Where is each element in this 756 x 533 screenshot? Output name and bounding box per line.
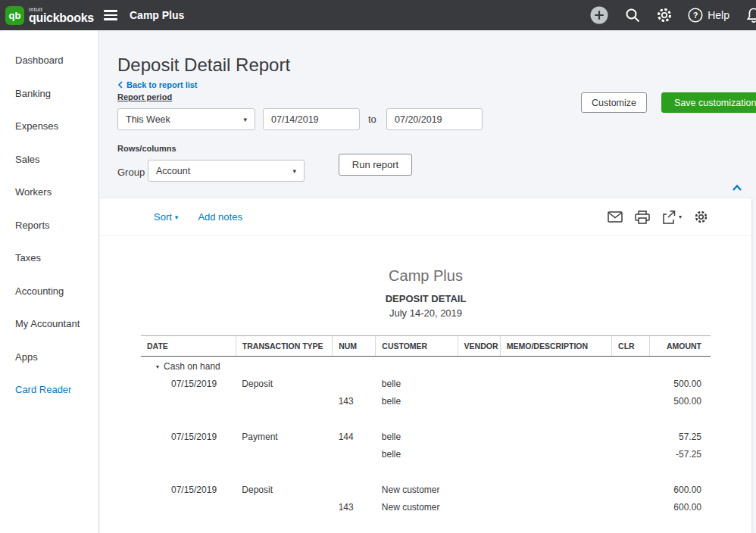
export-button[interactable]: ▾ bbox=[662, 210, 682, 224]
cell-transaction-type[interactable]: Deposit bbox=[236, 376, 332, 393]
date-from-input[interactable] bbox=[264, 109, 359, 129]
col-header-customer: CUSTOMER bbox=[376, 336, 458, 357]
cell-memo bbox=[500, 376, 611, 393]
cell-date[interactable]: 07/15/2019 bbox=[141, 376, 236, 393]
report-period-select[interactable]: This Week ▾ bbox=[117, 108, 255, 130]
cell-vendor bbox=[458, 376, 500, 393]
settings-gear-icon[interactable] bbox=[694, 210, 708, 224]
cell-amount[interactable]: -57.25 bbox=[650, 446, 711, 463]
sort-label: Sort bbox=[154, 211, 172, 223]
cell-date[interactable] bbox=[141, 393, 236, 410]
back-to-report-list-link[interactable]: Back to report list bbox=[117, 80, 198, 89]
help-button[interactable]: ? Help bbox=[688, 8, 729, 23]
table-row: 07/15/2019 Deposit New customer 600.00 bbox=[141, 482, 711, 499]
cell-amount[interactable]: 57.25 bbox=[650, 429, 711, 446]
sidebar-item-label: Apps bbox=[15, 351, 38, 363]
sidebar-item-expenses[interactable]: Expenses bbox=[0, 110, 98, 143]
sidebar-item-taxes[interactable]: Taxes bbox=[0, 242, 98, 275]
cell-customer[interactable]: belle bbox=[376, 376, 458, 393]
col-header-clr: CLR bbox=[612, 336, 650, 357]
run-report-button[interactable]: Run report bbox=[339, 154, 412, 176]
cell-customer[interactable]: belle bbox=[376, 393, 458, 410]
sidebar-item-sales[interactable]: Sales bbox=[0, 143, 98, 176]
qb-logo-icon: qb bbox=[5, 6, 24, 25]
customize-button[interactable]: Customize bbox=[581, 92, 647, 113]
cell-transaction-type[interactable] bbox=[236, 446, 332, 463]
cell-num[interactable]: 143 bbox=[333, 393, 376, 410]
hamburger-icon[interactable] bbox=[104, 10, 117, 20]
cell-customer[interactable]: New customer bbox=[376, 499, 458, 516]
report-card: Sort ▾ Add notes ▾ Ca bbox=[100, 198, 751, 533]
search-icon[interactable] bbox=[624, 7, 641, 23]
spacer-row bbox=[141, 463, 711, 482]
group-toggle[interactable]: ▾Cash on hand bbox=[141, 357, 711, 376]
notifications-bell-icon[interactable] bbox=[745, 6, 756, 24]
cell-clr bbox=[612, 429, 650, 446]
sidebar-item-card-reader[interactable]: Card Reader bbox=[0, 373, 98, 407]
help-icon: ? bbox=[688, 8, 703, 23]
cell-amount[interactable]: 600.00 bbox=[650, 499, 711, 516]
print-icon[interactable] bbox=[635, 210, 650, 224]
cell-date[interactable]: 07/15/2019 bbox=[141, 482, 236, 499]
sidebar-item-label: Sales bbox=[15, 154, 40, 165]
cell-num[interactable] bbox=[333, 376, 376, 393]
topbar-actions: ? Help bbox=[589, 5, 756, 25]
quickbooks-logo[interactable]: qb intuit quickbooks bbox=[0, 6, 95, 25]
sidebar-item-my-accountant[interactable]: My Accountant bbox=[0, 307, 98, 341]
cell-date[interactable] bbox=[141, 499, 236, 516]
report-table: DATE TRANSACTION TYPE NUM CUSTOMER VENDO… bbox=[141, 335, 711, 516]
email-icon[interactable] bbox=[608, 211, 623, 223]
sidebar-item-accounting[interactable]: Accounting bbox=[0, 275, 98, 308]
cell-num[interactable] bbox=[333, 482, 376, 499]
report-period-label[interactable]: Report period bbox=[117, 92, 172, 101]
company-name: Camp Plus bbox=[130, 9, 184, 21]
cell-num[interactable] bbox=[333, 446, 376, 463]
add-notes-button[interactable]: Add notes bbox=[198, 211, 242, 223]
cell-num[interactable]: 143 bbox=[333, 499, 376, 516]
sidebar-item-dashboard[interactable]: Dashboard bbox=[0, 44, 98, 77]
table-row: 07/15/2019 Deposit belle 500.00 bbox=[141, 376, 711, 393]
cell-amount[interactable]: 500.00 bbox=[650, 376, 711, 393]
cell-customer[interactable]: New customer bbox=[376, 482, 458, 499]
sidebar-item-label: My Accountant bbox=[15, 318, 80, 329]
cell-transaction-type[interactable] bbox=[236, 499, 332, 516]
cell-date[interactable] bbox=[141, 446, 236, 463]
plus-circle-icon[interactable] bbox=[589, 5, 609, 25]
sidebar-item-reports[interactable]: Reports bbox=[0, 209, 98, 242]
cell-transaction-type[interactable]: Deposit bbox=[236, 482, 332, 499]
report-date-range: July 14-20, 2019 bbox=[100, 307, 751, 319]
topbar: qb intuit quickbooks Camp Plus ? Help bbox=[0, 0, 756, 30]
cell-transaction-type[interactable]: Payment bbox=[236, 429, 332, 446]
sort-button[interactable]: Sort ▾ bbox=[154, 211, 178, 223]
cell-transaction-type[interactable] bbox=[236, 393, 332, 410]
cell-clr bbox=[612, 446, 650, 463]
col-header-vendor: VENDOR bbox=[458, 336, 500, 357]
sidebar-item-apps[interactable]: Apps bbox=[0, 341, 98, 374]
cell-num[interactable]: 144 bbox=[333, 429, 376, 446]
to-label: to bbox=[368, 114, 376, 125]
sidebar-item-workers[interactable]: Workers bbox=[0, 176, 98, 209]
cell-customer[interactable]: belle bbox=[376, 446, 458, 463]
collapse-panel-button[interactable] bbox=[730, 182, 744, 197]
sidebar-item-label: Expenses bbox=[15, 120, 58, 132]
cell-customer[interactable]: belle bbox=[376, 429, 458, 446]
cell-clr bbox=[612, 482, 650, 499]
report-period-value: This Week bbox=[126, 114, 170, 125]
save-customization-button[interactable]: Save customization bbox=[661, 92, 756, 113]
group-by-select[interactable]: Account ▾ bbox=[148, 160, 305, 182]
sidebar-item-banking[interactable]: Banking bbox=[0, 77, 98, 111]
cell-vendor bbox=[458, 446, 500, 463]
main-content: Deposit Detail Report Back to report lis… bbox=[100, 30, 756, 533]
chevron-down-icon: ▾ bbox=[679, 214, 682, 220]
report-header: Camp Plus DEPOSIT DETAIL July 14-20, 201… bbox=[100, 266, 751, 319]
gear-icon[interactable] bbox=[656, 7, 673, 23]
col-header-num: NUM bbox=[333, 336, 376, 357]
sidebar-item-label: Taxes bbox=[15, 252, 41, 263]
cell-amount[interactable]: 500.00 bbox=[650, 393, 711, 410]
chevron-down-icon: ▾ bbox=[243, 116, 247, 123]
date-to-input[interactable] bbox=[387, 109, 482, 129]
cell-amount[interactable]: 600.00 bbox=[650, 482, 711, 499]
sidebar-item-label: Reports bbox=[15, 220, 50, 231]
cell-date[interactable]: 07/15/2019 bbox=[141, 429, 236, 446]
group-label: Cash on hand bbox=[164, 361, 220, 372]
